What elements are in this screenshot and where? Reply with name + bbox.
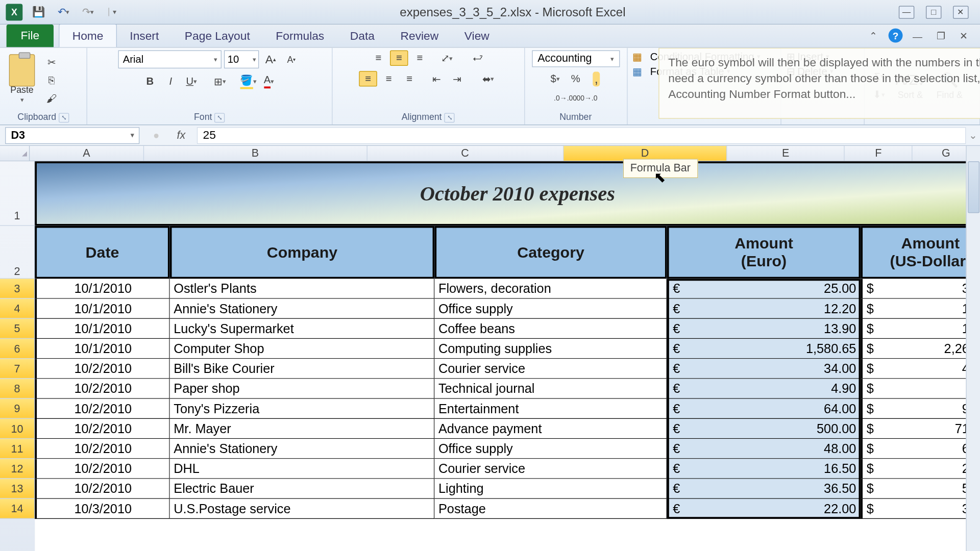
- cell[interactable]: Computer Shop: [170, 339, 435, 359]
- cell[interactable]: €64.00: [667, 399, 861, 419]
- tab-view[interactable]: View: [452, 24, 503, 47]
- table-row[interactable]: 10/2/2010Mr. MayerAdvance payment€500.00…: [35, 419, 980, 439]
- font-color-icon[interactable]: A▾: [260, 73, 278, 89]
- insert-cells-button[interactable]: ⊞ Insert▾: [787, 51, 829, 63]
- align-top-icon[interactable]: ≡: [370, 51, 387, 66]
- row-header-8[interactable]: 8: [0, 379, 35, 399]
- align-left-icon[interactable]: ≡: [359, 71, 377, 86]
- cell[interactable]: Computing supplies: [434, 339, 667, 359]
- row-header-4[interactable]: 4: [0, 299, 35, 319]
- format-painter-icon[interactable]: 🖌: [42, 91, 60, 106]
- table-row[interactable]: 10/3/2010U.S.Postage servicePostage€22.0…: [35, 499, 980, 519]
- accounting-format-icon[interactable]: $▾: [546, 71, 564, 86]
- save-icon[interactable]: 💾: [30, 3, 47, 21]
- tab-review[interactable]: Review: [387, 24, 451, 47]
- tab-page-layout[interactable]: Page Layout: [172, 24, 263, 47]
- cell[interactable]: Office supply: [434, 439, 667, 459]
- cell[interactable]: 10/2/2010: [35, 359, 169, 379]
- number-format-select[interactable]: Accounting▾: [532, 51, 620, 67]
- cell[interactable]: $52.30: [861, 479, 980, 499]
- cell[interactable]: Ostler's Plants: [170, 279, 435, 298]
- table-header[interactable]: Amount(US-Dollar): [861, 226, 980, 279]
- cell[interactable]: 10/2/2010: [35, 419, 169, 439]
- table-row[interactable]: 10/2/2010Tony's PizzeriaEntertainment€64…: [35, 399, 980, 419]
- row-header-12[interactable]: 12: [0, 459, 35, 479]
- maximize-button[interactable]: □: [926, 6, 941, 18]
- underline-icon[interactable]: U▾: [182, 73, 200, 89]
- cell[interactable]: U.S.Postage service: [170, 499, 435, 519]
- cell[interactable]: €34.00: [667, 359, 861, 379]
- minimize-ribbon-icon[interactable]: ⌃: [865, 29, 882, 44]
- cell[interactable]: 10/2/2010: [35, 379, 169, 399]
- paste-button[interactable]: Paste ▾: [5, 56, 39, 105]
- excel-app-icon[interactable]: X: [5, 3, 23, 21]
- column-header-A[interactable]: A: [30, 146, 143, 161]
- cell[interactable]: Courier service: [434, 359, 667, 379]
- row-header-7[interactable]: 7: [0, 359, 35, 379]
- row-header-6[interactable]: 6: [0, 339, 35, 359]
- table-row[interactable]: 10/2/2010Annie's StationeryOffice supply…: [35, 439, 980, 459]
- spreadsheet-grid[interactable]: ◢ ABCDEFG 1234567891011121314 October 20…: [0, 146, 980, 551]
- decrease-decimal-icon[interactable]: .00→.0: [577, 90, 595, 106]
- font-size-select[interactable]: 10▾: [224, 51, 259, 68]
- cell[interactable]: €13.90: [667, 319, 861, 339]
- fill-color-icon[interactable]: 🪣▾: [239, 73, 257, 89]
- cell[interactable]: $23.64: [861, 459, 980, 479]
- cell[interactable]: 10/3/2010: [35, 499, 169, 519]
- cell[interactable]: $716.40: [861, 419, 980, 439]
- workbook-restore-icon[interactable]: ❐: [933, 29, 949, 44]
- cell[interactable]: Annie's Stationery: [170, 439, 435, 459]
- table-header[interactable]: Company: [170, 226, 435, 279]
- cell[interactable]: Bill's Bike Courier: [170, 359, 435, 379]
- tab-insert[interactable]: Insert: [117, 24, 172, 47]
- row-header-1[interactable]: 1: [0, 161, 35, 226]
- cell[interactable]: 10/1/2010: [35, 299, 169, 319]
- decrease-indent-icon[interactable]: ⇤: [427, 71, 445, 86]
- row-header-5[interactable]: 5: [0, 319, 35, 339]
- name-box[interactable]: D3▾: [5, 127, 139, 144]
- cell[interactable]: 10/1/2010: [35, 319, 169, 339]
- increase-decimal-icon[interactable]: .0→.00: [556, 90, 574, 106]
- cell[interactable]: Paper shop: [170, 379, 435, 399]
- formula-input[interactable]: 25: [197, 127, 966, 144]
- cell[interactable]: Coffee beans: [434, 319, 667, 339]
- merge-center-icon[interactable]: ⬌▾: [479, 71, 497, 86]
- workbook-minimize-icon[interactable]: —: [909, 29, 926, 44]
- row-header-9[interactable]: 9: [0, 399, 35, 419]
- table-row[interactable]: 10/1/2010Ostler's PlantsFlowers, decorat…: [35, 279, 980, 298]
- cell[interactable]: €48.00: [667, 439, 861, 459]
- table-header[interactable]: Date: [35, 226, 169, 279]
- copy-icon[interactable]: ⎘: [42, 72, 60, 88]
- cell[interactable]: €500.00: [667, 419, 861, 439]
- tab-formulas[interactable]: Formulas: [263, 24, 337, 47]
- cell[interactable]: $7.02: [861, 379, 980, 399]
- row-header-10[interactable]: 10: [0, 419, 35, 439]
- row-header-13[interactable]: 13: [0, 479, 35, 499]
- cell[interactable]: Technical journal: [434, 379, 667, 399]
- increase-indent-icon[interactable]: ⇥: [448, 71, 466, 86]
- cut-icon[interactable]: ✂: [42, 55, 60, 70]
- cell[interactable]: $31.52: [861, 499, 980, 519]
- table-header[interactable]: Amount(Euro): [667, 226, 861, 279]
- shrink-font-icon[interactable]: A▾: [282, 52, 300, 67]
- cell[interactable]: €25.00: [667, 279, 861, 298]
- cell[interactable]: $17.48: [861, 299, 980, 319]
- row-header-14[interactable]: 14: [0, 499, 35, 519]
- tab-home[interactable]: Home: [59, 24, 117, 47]
- workbook-close-icon[interactable]: ✕: [955, 29, 972, 44]
- table-row[interactable]: 10/2/2010Bill's Bike CourierCourier serv…: [35, 359, 980, 379]
- align-bottom-icon[interactable]: ≡: [411, 51, 429, 66]
- delete-cells-button[interactable]: ⊟ Delete▾: [787, 65, 833, 78]
- align-middle-icon[interactable]: ≡: [390, 51, 408, 66]
- format-as-table-button[interactable]: ▦ Format as Table▾: [632, 65, 730, 78]
- column-header-B[interactable]: B: [144, 146, 368, 161]
- table-row[interactable]: 10/2/2010Paper shopTechnical journal€4.9…: [35, 379, 980, 399]
- sort-filter-button[interactable]: A/Z↓Sort &: [892, 70, 928, 101]
- cell[interactable]: Office supply: [434, 299, 667, 319]
- fill-icon[interactable]: ⬇▾: [870, 87, 888, 102]
- grow-font-icon[interactable]: A▴: [262, 52, 280, 67]
- cell[interactable]: DHL: [170, 459, 435, 479]
- cell[interactable]: Electric Bauer: [170, 479, 435, 499]
- italic-icon[interactable]: I: [162, 73, 180, 89]
- cell[interactable]: €16.50: [667, 459, 861, 479]
